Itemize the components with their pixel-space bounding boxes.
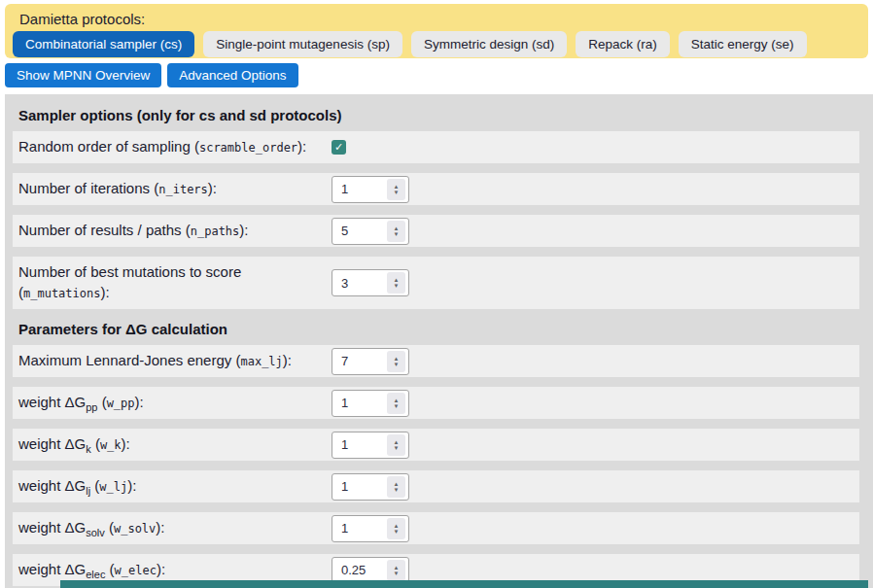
max-lj-spinner[interactable]: ▲▼	[387, 351, 405, 372]
tab-combinatorial-sampler-cs[interactable]: Combinatorial sampler (cs)	[13, 31, 194, 57]
param-code: n_paths	[191, 225, 240, 238]
w-solv-spinner[interactable]: ▲▼	[387, 518, 405, 539]
spinner-down-icon[interactable]: ▼	[394, 231, 400, 237]
n-paths-spinner[interactable]: ▲▼	[387, 221, 405, 242]
w-lj-field: ▲▼	[332, 473, 409, 501]
m-mutations-field: ▲▼	[332, 269, 409, 296]
param-code: w_solv	[114, 522, 156, 536]
form-row-label: Number of results / paths (n_paths):	[18, 217, 332, 245]
protocols-banner-label: Damietta protocols:	[13, 11, 860, 31]
tab-symmetric-design-sd[interactable]: Symmetric design (sd)	[411, 31, 567, 57]
form-row-w-lj: weight ΔGlj (w_lj):▲▼	[13, 470, 859, 502]
w-k-field: ▲▼	[332, 432, 409, 459]
form-row-scramble-order: Random order of sampling (scramble_order…	[13, 131, 859, 163]
form-row-label: weight ΔGlj (w_lj):	[18, 472, 332, 501]
scramble-order-checkbox[interactable]: ✓	[332, 140, 346, 155]
param-code: n_iters	[158, 183, 208, 196]
n-iters-field: ▲▼	[332, 176, 409, 203]
n-iters-spinner[interactable]: ▲▼	[387, 179, 405, 200]
form-row-w-k: weight ΔGk (w_k):▲▼	[13, 429, 859, 461]
form-row-label: weight ΔGk (w_k):	[18, 431, 332, 459]
w-solv-field: ▲▼	[332, 515, 409, 542]
form-row-label: Random order of sampling (scramble_order…	[18, 133, 332, 161]
protocol-tabs: Combinatorial sampler (cs)Single-point m…	[13, 31, 860, 57]
spinner-down-icon[interactable]: ▼	[394, 283, 400, 289]
spinner-down-icon[interactable]: ▼	[394, 487, 400, 493]
form-row-label: Number of iterations (n_iters):	[18, 175, 332, 203]
form-row-m-mutations: Number of best mutations to score (m_mut…	[13, 257, 859, 309]
tab-static-energy-se[interactable]: Static energy (se)	[679, 31, 807, 57]
next-section-top-bar	[60, 580, 868, 588]
param-code: w_lj	[99, 480, 127, 494]
w-k-spinner[interactable]: ▲▼	[387, 434, 405, 456]
form-row-label: weight ΔGsolv (w_solv):	[18, 514, 332, 542]
form-row-label: Maximum Lennard-Jones energy (max_lj):	[18, 347, 332, 375]
form-row-max-lj: Maximum Lennard-Jones energy (max_lj):▲▼	[13, 345, 859, 377]
form-row-w-pp: weight ΔGpp (w_pp):▲▼	[13, 387, 859, 419]
param-code: max_lj	[240, 355, 282, 368]
toolbar: Show MPNN OverviewAdvanced Options	[5, 63, 868, 87]
options-form: Sampler options (only for cs and sd prot…	[5, 94, 873, 588]
spinner-down-icon[interactable]: ▼	[394, 529, 400, 535]
spinner-down-icon[interactable]: ▼	[394, 571, 400, 576]
tab-single-point-mutagenesis-sp[interactable]: Single-point mutagenesis (sp)	[203, 31, 402, 57]
spinner-down-icon[interactable]: ▼	[394, 190, 400, 195]
param-code: w_elec	[115, 564, 157, 577]
w-pp-spinner[interactable]: ▲▼	[387, 393, 405, 414]
advanced-options-button[interactable]: Advanced Options	[167, 63, 297, 87]
m-mutations-spinner[interactable]: ▲▼	[387, 272, 405, 294]
section-header-parameters-for-g-calculation: Parameters for ΔG calculation	[18, 321, 859, 337]
w-elec-spinner[interactable]: ▲▼	[387, 560, 405, 581]
param-code: w_pp	[107, 397, 135, 410]
spinner-down-icon[interactable]: ▼	[394, 445, 400, 451]
spinner-down-icon[interactable]: ▼	[394, 403, 400, 409]
param-code: m_mutations	[23, 287, 100, 300]
max-lj-field: ▲▼	[332, 348, 409, 375]
form-row-label: Number of best mutations to score (m_mut…	[18, 259, 332, 307]
param-code: scramble_order	[199, 141, 297, 155]
spinner-down-icon[interactable]: ▼	[394, 362, 400, 367]
n-paths-field: ▲▼	[332, 218, 409, 245]
tab-repack-ra[interactable]: Repack (ra)	[576, 31, 670, 57]
w-pp-field: ▲▼	[332, 390, 409, 417]
w-lj-spinner[interactable]: ▲▼	[387, 476, 405, 498]
section-header-sampler-options-only-for-cs-: Sampler options (only for cs and sd prot…	[18, 107, 859, 123]
form-row-n-paths: Number of results / paths (n_paths):▲▼	[13, 215, 859, 247]
param-code: w_k	[100, 438, 122, 452]
form-row-label: weight ΔGpp (w_pp):	[18, 389, 332, 417]
form-row-w-solv: weight ΔGsolv (w_solv):▲▼	[13, 512, 859, 544]
form-row-n-iters: Number of iterations (n_iters):▲▼	[13, 173, 859, 205]
protocols-banner: Damietta protocols: Combinatorial sample…	[5, 4, 868, 58]
show-mpnn-overview-button[interactable]: Show MPNN Overview	[5, 63, 161, 87]
